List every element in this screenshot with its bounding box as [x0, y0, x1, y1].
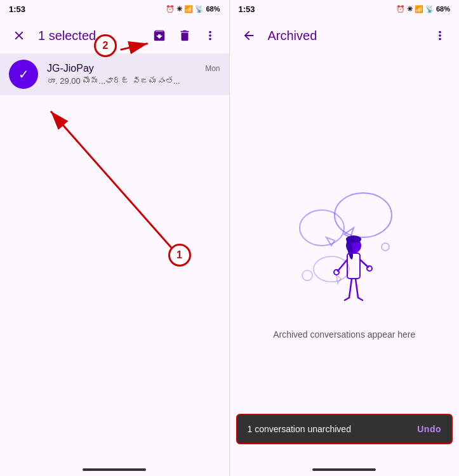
svg-rect-15: [347, 253, 360, 279]
status-icons-right: ⏰ ✳ 📶 📡 68%: [396, 5, 450, 13]
right-panel: 1:53 ⏰ ✳ 📶 📡 68% Archived: [230, 0, 460, 476]
svg-point-18: [334, 270, 339, 275]
signal-icon-r: 📡: [425, 5, 434, 13]
more-options-button[interactable]: [199, 24, 222, 47]
nav-bar-left: [83, 468, 146, 471]
check-icon: ✓: [18, 67, 29, 82]
conversation-preview: రూ. 29.00 యొమ్...ఛార్జ్ విజయవంత...: [47, 76, 220, 86]
snackbar-undo-button[interactable]: Undo: [417, 424, 441, 434]
svg-line-17: [360, 260, 368, 267]
archived-empty-state: Archived conversations appear here: [230, 53, 460, 463]
svg-marker-9: [336, 275, 341, 284]
svg-line-16: [338, 260, 347, 271]
svg-line-20: [349, 279, 352, 298]
svg-point-6: [300, 210, 344, 246]
conversation-content: JG-JioPay Mon రూ. 29.00 యొమ్...ఛార్జ్ వి…: [47, 63, 220, 86]
nav-indicator-left: [0, 463, 229, 476]
snackbar-message: 1 conversation unarchived: [248, 424, 351, 434]
signal-icon: 📡: [195, 5, 204, 13]
annotation-circle-1: 1: [168, 244, 191, 267]
avatar-selected: ✓: [9, 60, 38, 89]
status-bar-left: 1:53 ⏰ ✳ 📶 📡 68%: [0, 0, 229, 18]
nav-bar-right: [312, 468, 376, 471]
time-left: 1:53: [9, 4, 25, 14]
status-bar-right: 1:53 ⏰ ✳ 📶 📡 68%: [230, 0, 460, 18]
svg-line-21: [356, 279, 358, 298]
bluetooth-icon: ✳: [176, 5, 182, 13]
conversation-name: JG-JioPay: [47, 63, 94, 74]
svg-point-19: [367, 266, 372, 271]
alarm-icon: ⏰: [166, 5, 175, 13]
delete-button[interactable]: [173, 24, 196, 47]
empty-illustration: [281, 177, 408, 317]
nav-indicator-right: [230, 463, 460, 476]
svg-line-22: [345, 298, 349, 300]
archived-title: Archived: [268, 29, 422, 43]
conversation-item[interactable]: ✓ JG-JioPay Mon రూ. 29.00 యొమ్...ఛార్జ్ …: [0, 53, 229, 95]
archived-toolbar: Archived: [230, 18, 460, 53]
svg-point-8: [314, 256, 349, 282]
svg-point-11: [302, 270, 312, 281]
alarm-icon-r: ⏰: [396, 5, 405, 13]
wifi-icon: 📶: [184, 5, 193, 13]
back-button[interactable]: [237, 24, 260, 47]
conversation-header: JG-JioPay Mon: [47, 63, 220, 74]
action-icons-group: [148, 24, 222, 47]
selected-count-label: 1 selected: [38, 29, 140, 43]
svg-line-23: [358, 298, 363, 300]
svg-point-10: [382, 243, 389, 251]
more-options-archived-button[interactable]: [429, 24, 451, 47]
left-panel: 1:53 ⏰ ✳ 📶 📡 68% 1 selected: [0, 0, 229, 476]
close-selection-button[interactable]: [8, 24, 30, 47]
status-icons-left: ⏰ ✳ 📶 📡 68%: [166, 5, 220, 13]
empty-state-message: Archived conversations appear here: [273, 329, 415, 340]
svg-point-4: [335, 193, 392, 237]
bluetooth-icon-r: ✳: [407, 5, 413, 13]
archive-button[interactable]: [148, 24, 171, 47]
svg-marker-7: [326, 237, 335, 246]
wifi-icon-r: 📶: [415, 5, 423, 13]
battery-left: 68%: [206, 5, 220, 13]
conversation-time: Mon: [205, 64, 220, 73]
time-right: 1:53: [239, 4, 255, 14]
snackbar: 1 conversation unarchived Undo: [236, 414, 453, 444]
battery-right: 68%: [436, 5, 450, 13]
annotation-circle-2: 2: [94, 34, 117, 57]
